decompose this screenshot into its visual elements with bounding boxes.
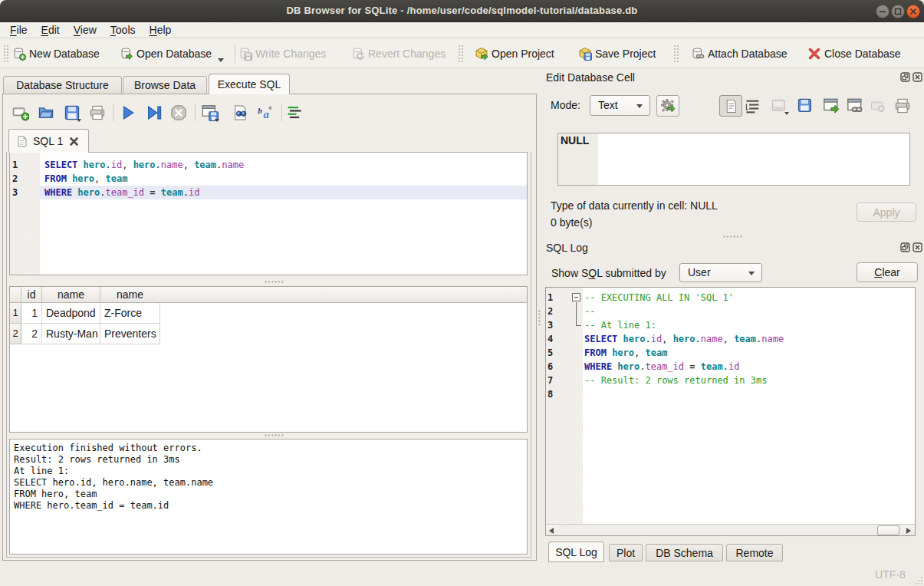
tab-database-structure[interactable]: Database Structure <box>3 76 122 94</box>
resize-grip-icon[interactable] <box>912 574 923 585</box>
close-database-button[interactable]: Close Database <box>807 41 901 65</box>
clear-log-button[interactable]: Clear <box>857 262 918 282</box>
revert-changes-button[interactable]: Revert Changes <box>351 41 446 65</box>
sql-token-tbl: hero <box>612 347 634 358</box>
grid-cell[interactable]: Z-Force <box>100 303 160 324</box>
column-header-name[interactable]: name <box>42 287 100 303</box>
cell-editor[interactable]: NULL <box>557 133 910 186</box>
sql-editor-line: 3WHERE hero.team_id = team.id <box>10 186 527 199</box>
minimize-button[interactable] <box>876 5 889 18</box>
row-header[interactable]: 2 <box>10 324 21 344</box>
stop-execution-button[interactable] <box>170 104 187 121</box>
set-null-button[interactable] <box>870 97 886 114</box>
open-tab-icon <box>12 104 29 121</box>
sql-token-fld: team_id <box>646 361 685 372</box>
open-project-label: Open Project <box>492 48 554 60</box>
toggle-comment-button[interactable] <box>286 104 303 121</box>
grid-cell[interactable]: Preventers <box>100 324 160 344</box>
float-dock-icon[interactable] <box>900 72 910 82</box>
app-window: DB Browser for SQLite - /home/user/code/… <box>0 0 924 586</box>
auto-format-button[interactable]: ba <box>257 104 274 121</box>
print-cell-button[interactable] <box>894 97 911 114</box>
dropdown-arrow-icon[interactable] <box>77 119 81 122</box>
menu-view[interactable]: View <box>67 22 104 38</box>
dock-tab-db-schema[interactable]: DB Schema <box>646 544 723 561</box>
save-project-button[interactable]: Save Project <box>578 41 656 65</box>
execute-all-button[interactable] <box>120 104 136 121</box>
menu-file[interactable]: File <box>3 22 35 38</box>
dropdown-arrow-icon[interactable] <box>218 58 224 62</box>
find-in-sql-button[interactable] <box>232 104 249 121</box>
results-message-splitter[interactable] <box>265 434 284 436</box>
grid-cell[interactable]: 2 <box>21 324 42 344</box>
title-bar[interactable]: DB Browser for SQLite - /home/user/code/… <box>0 0 924 22</box>
stop-execution-icon <box>170 104 187 121</box>
log-filter-combobox[interactable]: User <box>679 263 762 282</box>
grid-cell[interactable]: 1 <box>21 303 42 324</box>
float-dock-icon[interactable] <box>900 242 910 252</box>
sql-file-tab[interactable]: SQL 1 <box>8 129 89 153</box>
dock-tab-plot[interactable]: Plot <box>609 544 643 561</box>
column-header-id[interactable]: id <box>21 287 42 303</box>
dock-sections-splitter[interactable] <box>723 235 743 238</box>
set-as-foreground-button[interactable] <box>823 97 840 114</box>
fold-marker-icon[interactable] <box>572 293 580 301</box>
sql-token-pun: , <box>183 160 194 170</box>
export-to-file-button[interactable] <box>797 97 814 114</box>
close-dock-icon[interactable] <box>912 242 922 252</box>
grid-cell[interactable]: Rusty-Man <box>42 324 100 344</box>
dock-tab-remote[interactable]: Remote <box>726 544 783 561</box>
menu-tools[interactable]: Tools <box>104 22 143 38</box>
print-sql-icon <box>89 104 106 121</box>
dropdown-arrow-icon[interactable] <box>784 112 789 115</box>
menu-help[interactable]: Help <box>143 22 179 38</box>
close-tab-icon[interactable] <box>69 137 79 146</box>
sql-log-code: -- EXECUTING ALL IN 'SQL 1' <box>584 291 734 305</box>
sql-log-view[interactable]: 1-- EXECUTING ALL IN 'SQL 1'2--3-- At li… <box>545 287 916 536</box>
open-tab-button[interactable] <box>12 104 29 121</box>
menu-edit[interactable]: Edit <box>35 22 67 38</box>
line-number: 7 <box>547 374 553 387</box>
row-header[interactable]: 1 <box>10 303 21 324</box>
apply-external-button[interactable] <box>656 95 679 117</box>
write-changes-label: Write Changes <box>255 48 326 60</box>
tab-execute-sql[interactable]: Execute SQL <box>209 74 290 94</box>
write-changes-button[interactable]: Write Changes <box>238 41 326 65</box>
sql-document-icon <box>17 136 28 147</box>
close-button[interactable] <box>906 5 920 18</box>
execution-message-box[interactable]: Execution finished without errors. Resul… <box>9 439 528 555</box>
close-dock-icon[interactable] <box>912 72 922 82</box>
scroll-right-button[interactable] <box>903 525 915 535</box>
dock-splitter[interactable] <box>538 310 541 327</box>
execute-line-button[interactable] <box>146 104 163 121</box>
toolbar-handle[interactable] <box>673 44 679 63</box>
editor-results-splitter[interactable] <box>265 281 284 283</box>
scrollbar-thumb[interactable] <box>877 525 899 535</box>
open-sql-file-button[interactable] <box>38 104 54 121</box>
open-database-button[interactable]: Open Database <box>120 41 224 65</box>
new-database-button[interactable]: New Database <box>12 41 100 65</box>
results-grid[interactable]: idnamename 11DeadpondZ-Force22Rusty-ManP… <box>9 286 528 433</box>
print-sql-button[interactable] <box>89 104 106 121</box>
maximize-button[interactable] <box>891 5 905 18</box>
mode-combobox[interactable]: Text <box>590 95 650 116</box>
text-view-button[interactable] <box>719 95 742 117</box>
apply-button[interactable]: Apply <box>857 202 916 222</box>
toolbar-handle[interactable] <box>3 44 8 63</box>
log-horizontal-scrollbar[interactable] <box>546 524 915 535</box>
tab-browse-data[interactable]: Browse Data <box>123 76 207 94</box>
dock-tab-sql-log[interactable]: SQL Log <box>548 542 604 562</box>
sql-log-code: -- <box>584 305 595 318</box>
toolbar-handle[interactable] <box>458 44 463 63</box>
word-wrap-button[interactable] <box>745 97 761 114</box>
open-in-browser-button[interactable] <box>847 97 863 114</box>
open-project-button[interactable]: Open Project <box>475 41 554 65</box>
sql-token-fld: id <box>189 187 199 198</box>
grid-cell[interactable]: Deadpond <box>42 303 100 324</box>
scroll-left-button[interactable] <box>546 525 557 535</box>
column-header-name[interactable]: name <box>100 287 160 303</box>
sql-editor[interactable]: 1SELECT hero.id, hero.name, team.name2FR… <box>9 152 528 275</box>
attach-database-button[interactable]: Attach Database <box>691 41 788 65</box>
dropdown-arrow-icon[interactable] <box>215 119 219 122</box>
main-toolbar: New DatabaseOpen DatabaseWrite ChangesRe… <box>0 38 924 68</box>
